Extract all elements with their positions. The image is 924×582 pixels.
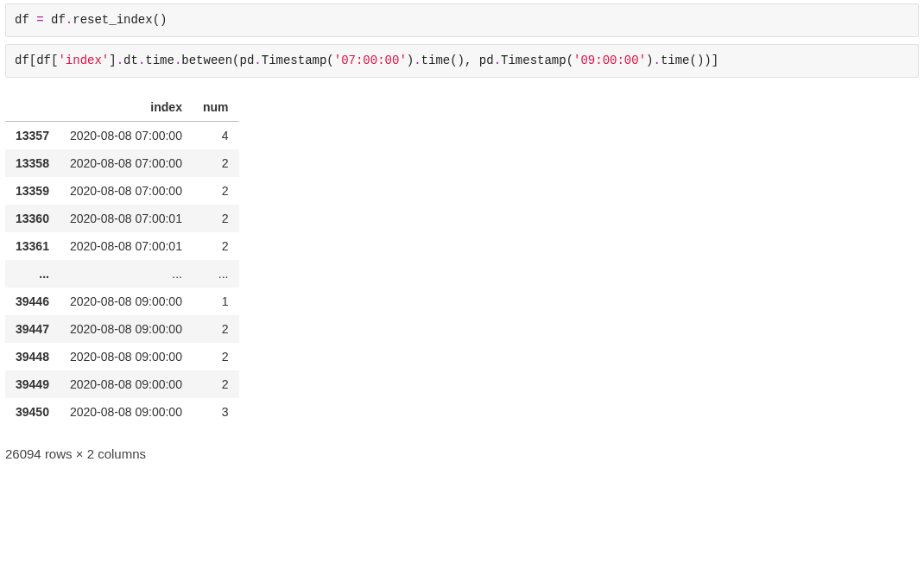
- code-token: .: [254, 54, 261, 67]
- table-row: 13358 2020-08-08 07:00:00 2: [5, 149, 239, 177]
- cell-index: 2020-08-08 07:00:00: [60, 122, 193, 150]
- table-row: 39448 2020-08-08 09:00:00 2: [5, 343, 239, 370]
- dataframe-table: index num 13357 2020-08-08 07:00:00 4 13…: [5, 93, 239, 426]
- table-row: 39446 2020-08-08 09:00:00 1: [5, 288, 239, 315]
- code-token: (: [232, 54, 239, 67]
- code-token: dt: [123, 54, 138, 67]
- cell-num: 2: [193, 370, 239, 398]
- code-token: .: [117, 54, 123, 67]
- cell-num: 2: [193, 343, 239, 370]
- table-header-index: index: [60, 93, 193, 122]
- cell-num: ...: [193, 260, 239, 288]
- code-token: .: [66, 13, 73, 27]
- code-token: ): [407, 54, 414, 67]
- table-row: 13361 2020-08-08 07:00:01 2: [5, 232, 239, 260]
- table-row: 39449 2020-08-08 09:00:00 2: [5, 370, 239, 398]
- cell-index: 2020-08-08 07:00:01: [60, 232, 193, 260]
- code-token: df: [15, 54, 29, 67]
- code-token: (: [450, 54, 457, 67]
- code-token: Timestamp: [501, 54, 566, 67]
- row-index: 39446: [5, 288, 60, 315]
- code-token: reset_index: [73, 13, 152, 27]
- cell-num: 1: [193, 288, 239, 315]
- row-index: 13361: [5, 232, 60, 260]
- cell-num: 2: [193, 205, 239, 232]
- code-token: (: [153, 13, 160, 27]
- cell-num: 2: [193, 177, 239, 205]
- dataframe-shape-text: 26094 rows × 2 columns: [0, 434, 924, 470]
- row-index: 39450: [5, 398, 60, 426]
- row-index: 13357: [5, 122, 60, 150]
- code-cell-2[interactable]: df[df['index'].dt.time.between(pd.Timest…: [5, 44, 919, 78]
- code-token: '09:00:00': [573, 54, 646, 67]
- code-token: df: [15, 13, 36, 27]
- row-index: 13358: [5, 149, 60, 177]
- cell-index: 2020-08-08 07:00:01: [60, 205, 193, 232]
- cell-index: 2020-08-08 09:00:00: [60, 370, 193, 398]
- row-index: 39447: [5, 315, 60, 343]
- code-token: Timestamp: [262, 54, 327, 67]
- table-header-num: num: [193, 93, 239, 122]
- cell-index: 2020-08-08 09:00:00: [60, 315, 193, 343]
- cell-num: 4: [193, 122, 239, 150]
- cell-index: 2020-08-08 07:00:00: [60, 177, 193, 205]
- cell-index: ...: [60, 260, 193, 288]
- code-token: '07:00:00': [334, 54, 407, 67]
- output-area: index num 13357 2020-08-08 07:00:00 4 13…: [0, 85, 924, 434]
- code-cell-1[interactable]: df = df.reset_index(): [5, 3, 919, 37]
- row-index: ...: [5, 260, 60, 288]
- code-token: ): [458, 54, 465, 67]
- code-token: ]: [109, 54, 116, 67]
- row-index: 13360: [5, 205, 60, 232]
- cell-index: 2020-08-08 09:00:00: [60, 398, 193, 426]
- table-header-blank: [5, 93, 60, 122]
- code-token: ): [704, 54, 711, 67]
- table-row: 13360 2020-08-08 07:00:01 2: [5, 205, 239, 232]
- code-token: 'index': [58, 54, 109, 67]
- code-token: [: [29, 54, 36, 67]
- row-index: 13359: [5, 177, 60, 205]
- row-index: 39448: [5, 343, 60, 370]
- code-token: df: [44, 13, 66, 27]
- code-token: , pd: [465, 54, 494, 67]
- code-token: time: [145, 54, 174, 67]
- code-token: ]: [712, 54, 718, 67]
- cell-index: 2020-08-08 09:00:00: [60, 288, 193, 315]
- code-token: ): [160, 13, 167, 27]
- cell-num: 2: [193, 149, 239, 177]
- code-token: .: [494, 54, 501, 67]
- code-token: between: [181, 54, 232, 67]
- code-token: .: [414, 54, 421, 67]
- cell-index: 2020-08-08 07:00:00: [60, 149, 193, 177]
- code-token: df: [36, 54, 51, 67]
- code-token: pd: [240, 54, 255, 67]
- code-token: (: [566, 54, 573, 67]
- code-token: time: [421, 54, 451, 67]
- code-token: (: [326, 54, 333, 67]
- cell-num: 2: [193, 232, 239, 260]
- cell-num: 3: [193, 398, 239, 426]
- code-token: =: [36, 13, 43, 27]
- cell-index: 2020-08-08 09:00:00: [60, 343, 193, 370]
- table-row-ellipsis: ... ... ...: [5, 260, 239, 288]
- table-row: 39450 2020-08-08 09:00:00 3: [5, 398, 239, 426]
- table-row: 13357 2020-08-08 07:00:00 4: [5, 122, 239, 150]
- code-token: time: [661, 54, 690, 67]
- row-index: 39449: [5, 370, 60, 398]
- code-token: .: [653, 54, 660, 67]
- code-token: (: [690, 54, 697, 67]
- table-row: 39447 2020-08-08 09:00:00 2: [5, 315, 239, 343]
- table-row: 13359 2020-08-08 07:00:00 2: [5, 177, 239, 205]
- cell-num: 2: [193, 315, 239, 343]
